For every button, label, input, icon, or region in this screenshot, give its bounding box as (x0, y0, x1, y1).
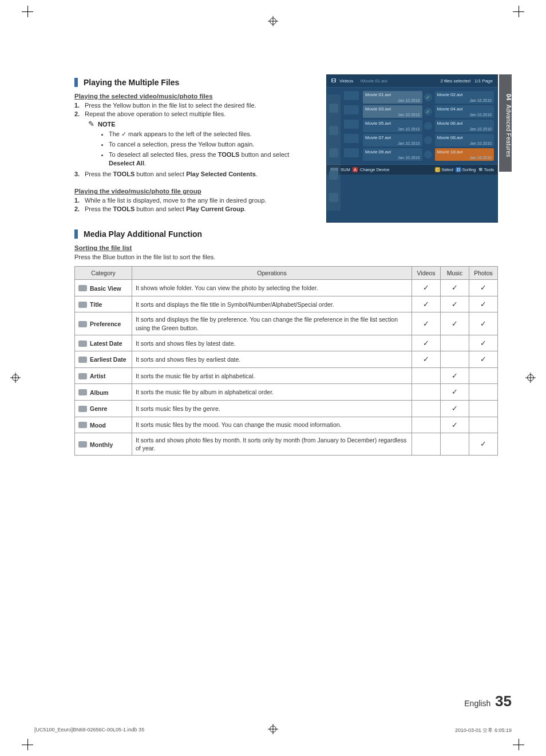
sidebar-icon (329, 104, 338, 113)
page-status: 2 files selected 1/1 Page (440, 78, 493, 84)
file-name: Movie 03.avi (365, 106, 420, 112)
category-icon (78, 341, 87, 347)
file-name: Movie 07.avi (365, 135, 420, 140)
file-item[interactable]: Movie 06.aviJan.10.2010 (435, 120, 494, 132)
table-row: Basic ViewIt shows whole folder. You can… (75, 280, 498, 296)
file-item[interactable]: Movie 07.aviJan.10.2010 (363, 134, 422, 147)
file-date: Jan.10.2010 (437, 127, 492, 131)
color-a-icon: A (353, 167, 358, 172)
sidebar-icon (329, 193, 338, 202)
sidebar-icon (329, 171, 338, 180)
file-name: Movie 10.avi (437, 149, 492, 155)
chapter-label: Advanced Features (505, 105, 512, 157)
cell-videos: ✓ (412, 351, 441, 368)
cell-photos (469, 401, 498, 417)
file-item[interactable]: Movie 05.aviJan.10.2010 (363, 120, 422, 132)
bullet-text: The ✓ mark appears to the left of the se… (109, 130, 303, 138)
tools-label: Tools (484, 167, 494, 172)
cell-operations: It sorts and shows files by earliest dat… (132, 351, 412, 368)
file-name: Movie 05.avi (365, 121, 420, 126)
file-item[interactable]: Movie 09.aviJan.10.2010 (363, 148, 422, 161)
table-row: Latest DateIt sorts and shows files by l… (75, 335, 498, 351)
cell-operations: It sorts and displays the file title in … (132, 296, 412, 312)
subhead-file-group: Playing the video/music/photo file group (74, 188, 303, 195)
cell-photos: ✓ (469, 433, 498, 456)
cell-videos (412, 417, 441, 433)
th-category: Category (75, 267, 132, 280)
file-date: Jan.10.2010 (365, 127, 420, 131)
file-item[interactable]: Movie 03.aviJan.10.2010 (363, 105, 422, 118)
file-item[interactable]: Movie 02.aviJan.10.2010 (435, 91, 494, 104)
change-device-label: Change Device (360, 167, 389, 172)
footer-page-number: 35 (495, 692, 512, 710)
table-row: GenreIt sorts music files by the genre.✓ (75, 401, 498, 417)
color-c-icon: C (435, 167, 440, 172)
check-icon (424, 151, 432, 159)
category-icon (78, 389, 87, 395)
footer-lang: English (464, 699, 490, 708)
step-text: Repeat the above operation to select mul… (85, 110, 225, 117)
cell-videos (412, 367, 441, 384)
cell-photos (469, 367, 498, 384)
crop-mark (513, 6, 524, 17)
cell-music (441, 433, 469, 456)
file-thumbnail (344, 91, 359, 100)
selected-count: 2 files selected (440, 78, 470, 84)
table-row: ArtistIt sorts the music file by artist … (75, 367, 498, 384)
bullet-text: To deselect all selected files, press th… (109, 151, 303, 168)
cell-videos: ✓ (412, 296, 441, 312)
file-item[interactable]: Movie 01.aviJan.10.2010 (363, 91, 422, 104)
cell-photos: ✓ (469, 351, 498, 368)
table-row: PreferenceIt sorts and displays the file… (75, 312, 498, 335)
file-date: Jan.10.2010 (365, 98, 420, 102)
step-text: Press the Yellow button in the file list… (85, 102, 256, 109)
registration-mark-icon (10, 373, 21, 383)
cell-category: Mood (75, 417, 132, 433)
cell-photos: ✓ (469, 280, 498, 296)
page-footer: English 35 (464, 692, 512, 710)
file-name: Movie 04.avi (437, 106, 492, 112)
cell-music: ✓ (441, 384, 469, 401)
cell-music: ✓ (441, 417, 469, 433)
category-label: Title (90, 301, 102, 308)
category-label: Genre (90, 405, 107, 412)
cell-category: Earliest Date (75, 351, 132, 368)
table-row: MonthlyIt sorts and shows photo files by… (75, 433, 498, 456)
subhead-sorting: Sorting the file list (74, 244, 498, 251)
cell-operations: It sorts music files by the genre. (132, 401, 412, 417)
step-text: While a file list is displayed, move to … (85, 197, 266, 204)
screenshot-sidebar (327, 94, 341, 211)
cell-category: Latest Date (75, 335, 132, 351)
cell-photos: ✓ (469, 312, 498, 335)
file-date: Jan.10.2010 (365, 156, 420, 160)
cell-category: Artist (75, 367, 132, 384)
page-content: Playing the Multiple Files Playing the s… (74, 74, 498, 456)
subhead-selected-files: Playing the selected video/music/photo f… (74, 93, 303, 100)
category-icon (78, 285, 87, 291)
file-item[interactable]: Movie 08.aviJan.10.2010 (435, 134, 494, 147)
breadcrumb-root: Videos (339, 78, 353, 84)
table-row: MoodIt sorts music files by the mood. Yo… (75, 417, 498, 433)
cell-videos: ✓ (412, 335, 441, 351)
file-item[interactable]: Movie 10.aviJan.10.2010 (435, 148, 494, 161)
sorting-intro: Press the Blue button in the file list t… (74, 254, 498, 260)
cell-photos: ✓ (469, 296, 498, 312)
cell-music: ✓ (441, 312, 469, 335)
screenshot-footer: SUM A Change Device CSelect DSorting 🛠 T… (327, 164, 497, 175)
cell-operations: It sorts and shows files by latest date. (132, 335, 412, 351)
file-name: Movie 06.avi (437, 121, 492, 126)
file-name: Movie 01.avi (365, 92, 420, 97)
cell-category: Genre (75, 401, 132, 417)
section-heading-text: Media Play Additional Function (84, 229, 202, 239)
file-item[interactable]: Movie 04.aviJan.10.2010 (435, 105, 494, 118)
file-grid: Movie 01.aviJan.10.2010✓Movie 02.aviJan.… (327, 88, 497, 164)
crop-mark (22, 739, 33, 750)
chapter-number: 04 (505, 94, 512, 101)
step-text: Press the TOOLS button and select Play C… (85, 205, 246, 212)
cell-operations: It shows whole folder. You can view the … (132, 280, 412, 296)
section-heading-text: Playing the Multiple Files (84, 78, 179, 87)
table-row: Earliest DateIt sorts and shows files by… (75, 351, 498, 368)
category-label: Artist (90, 373, 105, 379)
category-label: Basic View (90, 285, 121, 292)
file-date: Jan.10.2010 (365, 141, 420, 145)
